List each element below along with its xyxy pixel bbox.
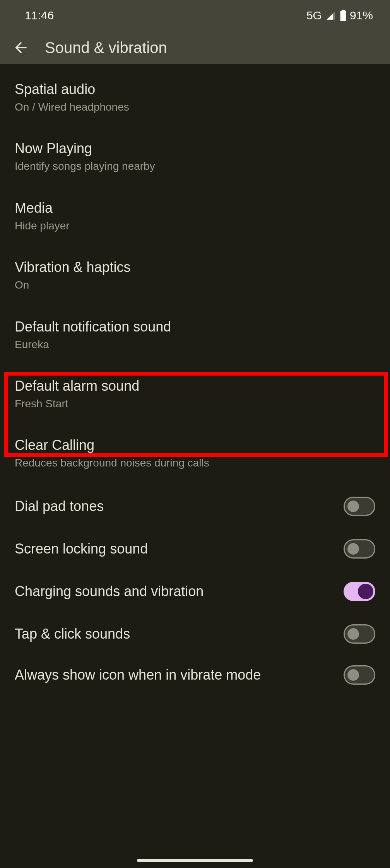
item-title: Always show icon when in vibrate mode: [15, 666, 334, 683]
item-show-vibrate-icon[interactable]: Always show icon when in vibrate mode: [0, 655, 390, 696]
item-now-playing[interactable]: Now Playing Identify songs playing nearb…: [0, 129, 390, 188]
item-clear-calling[interactable]: Clear Calling Reduces background noises …: [0, 425, 390, 485]
app-bar: Sound & vibration: [0, 31, 390, 64]
svg-rect-0: [340, 11, 346, 22]
toggle-tap-click-sounds[interactable]: [344, 624, 375, 644]
toggle-charging-sounds[interactable]: [344, 582, 375, 601]
home-indicator[interactable]: [137, 859, 253, 862]
item-spatial-audio[interactable]: Spatial audio On / Wired headphones: [0, 73, 390, 129]
item-title: Dial pad tones: [15, 497, 334, 515]
toggle-show-vibrate-icon[interactable]: [344, 665, 375, 685]
item-vibration-haptics[interactable]: Vibration & haptics On: [0, 248, 390, 307]
status-time: 11:46: [25, 9, 54, 22]
item-title: Charging sounds and vibration: [15, 583, 334, 600]
item-title: Clear Calling: [15, 436, 375, 454]
item-title: Media: [15, 199, 375, 217]
item-title: Screen locking sound: [15, 540, 334, 557]
signal-icon: [325, 10, 337, 21]
arrow-back-icon: [12, 39, 29, 56]
item-media[interactable]: Media Hide player: [0, 188, 390, 248]
item-title: Tap & click sounds: [15, 625, 334, 642]
page-title: Sound & vibration: [45, 39, 167, 56]
item-subtitle: Identify songs playing nearby: [15, 159, 375, 173]
settings-list: Spatial audio On / Wired headphones Now …: [0, 64, 390, 696]
item-tap-click-sounds[interactable]: Tap & click sounds: [0, 613, 390, 655]
item-screen-locking-sound[interactable]: Screen locking sound: [0, 528, 390, 570]
item-default-notification-sound[interactable]: Default notification sound Eureka: [0, 307, 390, 366]
item-subtitle: Reduces background noises during calls: [15, 456, 375, 470]
toggle-dial-pad-tones[interactable]: [344, 497, 375, 516]
item-title: Spatial audio: [15, 80, 375, 98]
battery-percent: 91%: [350, 9, 373, 22]
item-title: Default alarm sound: [15, 377, 375, 395]
item-subtitle: Hide player: [15, 219, 375, 233]
item-subtitle: Fresh Start: [15, 397, 375, 411]
item-subtitle: Eureka: [15, 338, 375, 352]
battery-icon: [340, 10, 347, 21]
item-charging-sounds-vibration[interactable]: Charging sounds and vibration: [0, 570, 390, 613]
svg-rect-1: [342, 10, 345, 11]
status-bar: 11:46 5G 91%: [0, 0, 390, 31]
network-type: 5G: [306, 9, 322, 22]
item-default-alarm-sound[interactable]: Default alarm sound Fresh Start: [0, 366, 390, 425]
item-title: Now Playing: [15, 140, 375, 157]
item-title: Vibration & haptics: [15, 258, 375, 276]
item-dial-pad-tones[interactable]: Dial pad tones: [0, 485, 390, 528]
item-subtitle: On: [15, 278, 375, 292]
status-right: 5G 91%: [306, 9, 373, 22]
back-button[interactable]: [11, 38, 31, 58]
item-subtitle: On / Wired headphones: [15, 100, 375, 114]
item-title: Default notification sound: [15, 318, 375, 335]
toggle-screen-locking-sound[interactable]: [344, 539, 375, 559]
